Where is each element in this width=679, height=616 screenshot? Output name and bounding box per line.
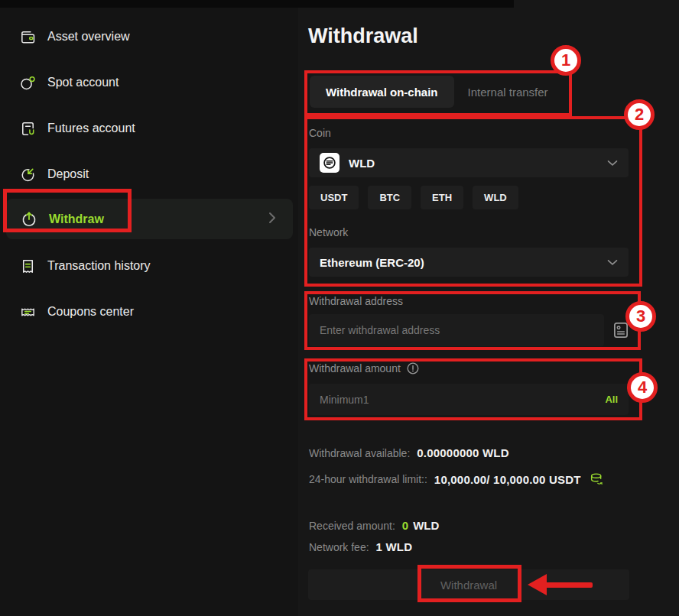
futures-doc-icon (18, 119, 37, 138)
network-fee-line: Network fee: 1 WLD (309, 540, 412, 553)
withdrawal-available-value: 0.00000000 WLD (417, 446, 508, 459)
withdrawal-limit-line: 24-hour withdrawal limit:: 10,000.00/ 10… (309, 472, 605, 487)
coupon-icon (18, 303, 37, 321)
received-amount-label: Received amount: (309, 520, 395, 532)
chevron-down-icon (607, 259, 618, 266)
sidebar-item-transaction-history[interactable]: Transaction history (0, 243, 298, 289)
coins-stack-icon[interactable] (589, 472, 605, 487)
withdrawal-submit-button[interactable]: Withdrawal (308, 569, 629, 600)
received-amount-value: 0 (402, 519, 408, 532)
network-fee-value: 1 WLD (376, 540, 413, 553)
coin-quick-options: USDT BTC ETH WLD (309, 186, 518, 209)
sidebar: Asset overview Spot account Futures acco… (0, 8, 298, 616)
network-selected-value: Ethereum (ERC-20) (320, 256, 424, 269)
sidebar-item-label: Asset overview (47, 30, 130, 44)
annotation-circle-2: 2 (624, 99, 655, 130)
withdrawal-address-input[interactable] (309, 314, 604, 346)
sidebar-item-spot-account[interactable]: Spot account (0, 60, 298, 105)
chevron-right-icon (268, 212, 276, 227)
annotation-circle-1: 1 (551, 45, 581, 76)
withdrawal-amount-label: Withdrawal amount (309, 362, 401, 374)
sidebar-item-label: Transaction history (47, 259, 151, 273)
tab-withdrawal-on-chain[interactable]: Withdrawal on-chain (310, 76, 454, 108)
received-amount-line: Received amount: 0 WLD (309, 519, 439, 532)
chip-eth[interactable]: ETH (421, 186, 463, 209)
chip-btc[interactable]: BTC (368, 186, 411, 209)
network-select[interactable]: Ethereum (ERC-20) (309, 248, 629, 277)
withdrawal-page: Asset overview Spot account Futures acco… (0, 0, 679, 616)
sidebar-item-label: Deposit (47, 167, 89, 181)
sidebar-item-deposit[interactable]: Deposit (0, 151, 298, 197)
received-amount-unit: WLD (413, 519, 439, 532)
sidebar-item-coupons-center[interactable]: Coupons center (0, 289, 298, 335)
spot-coin-icon (18, 73, 37, 92)
chip-wld[interactable]: WLD (473, 186, 518, 209)
address-book-icon[interactable] (611, 320, 631, 340)
sidebar-item-label: Futures account (47, 122, 135, 135)
page-title: Withdrawal (308, 24, 418, 48)
sidebar-item-asset-overview[interactable]: Asset overview (0, 14, 298, 60)
withdrawal-tabs: Withdrawal on-chain Internal transfer (310, 76, 562, 108)
info-icon[interactable] (407, 362, 419, 374)
sidebar-item-label: Coupons center (47, 305, 134, 319)
wallet-icon (18, 28, 37, 46)
deposit-arrow-icon (18, 165, 37, 183)
network-label: Network (309, 226, 348, 238)
receipt-icon (18, 257, 37, 275)
tab-internal-transfer[interactable]: Internal transfer (454, 86, 562, 99)
sidebar-item-futures-account[interactable]: Futures account (0, 105, 298, 151)
withdrawal-address-label: Withdrawal address (309, 295, 403, 307)
coin-label: Coin (309, 127, 331, 139)
all-button[interactable]: All (605, 394, 618, 405)
sidebar-item-withdraw[interactable]: Withdraw (6, 199, 293, 239)
withdrawal-limit-value: 10,000.00/ 10,000.00 USDT (434, 473, 581, 486)
top-strip (0, 0, 514, 8)
sidebar-item-label: Withdraw (49, 212, 104, 226)
network-fee-label: Network fee: (309, 541, 369, 553)
sidebar-item-label: Spot account (47, 76, 119, 89)
withdrawal-limit-label: 24-hour withdrawal limit:: (309, 473, 427, 485)
withdrawal-available-line: Withdrawal available: 0.00000000 WLD (309, 446, 509, 459)
withdrawal-amount-input[interactable] (320, 394, 597, 406)
coin-select[interactable]: WLD (309, 148, 629, 177)
withdrawal-available-label: Withdrawal available: (309, 447, 410, 459)
withdraw-arrow-icon (20, 210, 38, 229)
chevron-down-icon (607, 160, 618, 167)
withdrawal-amount-field: All (309, 384, 629, 415)
coin-selected-value: WLD (349, 157, 375, 170)
withdrawal-amount-label-row: Withdrawal amount (309, 362, 419, 374)
chip-usdt[interactable]: USDT (309, 186, 359, 209)
annotation-circle-4: 4 (627, 372, 658, 403)
wld-coin-icon (320, 153, 340, 173)
